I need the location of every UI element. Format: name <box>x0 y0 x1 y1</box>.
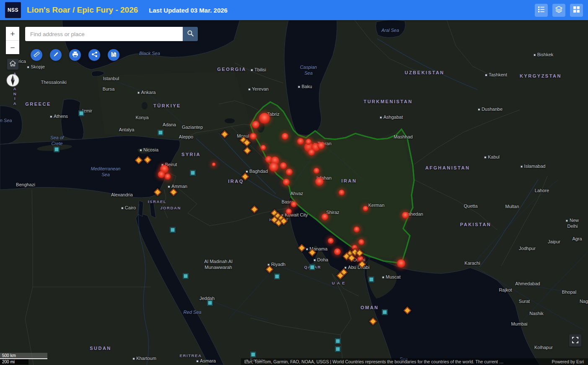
fullscreen-button[interactable] <box>569 334 581 347</box>
square-marker[interactable] <box>207 300 213 306</box>
red-circle-marker[interactable] <box>165 174 171 180</box>
legend-icon <box>538 6 545 14</box>
search-input[interactable] <box>25 27 183 41</box>
red-circle-marker[interactable] <box>286 209 292 214</box>
red-circle-marker[interactable] <box>358 239 364 245</box>
page-title: Lion's Roar / Epic Fury - 2026 <box>27 5 138 15</box>
powered-by-esri[interactable]: Powered by Esri <box>548 358 588 365</box>
square-marker[interactable] <box>275 274 280 279</box>
red-circle-marker[interactable] <box>261 145 266 151</box>
diamond-marker[interactable] <box>266 266 273 273</box>
red-circle-marker[interactable] <box>282 133 288 140</box>
last-updated-text: Last Updated 03 Mar. 2026 <box>149 7 228 14</box>
square-marker[interactable] <box>369 277 374 282</box>
diamond-marker[interactable] <box>154 188 161 196</box>
red-circle-marker[interactable] <box>252 121 259 128</box>
share-icon <box>91 51 98 59</box>
nss-logo[interactable]: NSS <box>5 2 21 18</box>
map-attribution: Esri, TomTom, Garmin, FAO, NOAA, USGS | … <box>241 358 548 365</box>
red-circle-marker[interactable] <box>328 238 334 244</box>
red-circle-marker[interactable] <box>308 149 315 156</box>
diamond-marker[interactable] <box>243 147 251 154</box>
scale-metric: 500 km <box>0 353 47 359</box>
header-actions <box>535 4 583 17</box>
attribution-bar: Esri, TomTom, Garmin, FAO, NOAA, USGS | … <box>241 358 588 365</box>
diamond-marker[interactable] <box>308 249 316 256</box>
red-circle-marker[interactable] <box>306 139 311 145</box>
print-icon <box>72 51 78 59</box>
red-circle-marker[interactable] <box>402 212 409 219</box>
red-circle-marker[interactable] <box>158 171 165 178</box>
draw-icon <box>53 51 59 59</box>
home-button[interactable] <box>7 59 18 70</box>
red-circle-marker[interactable] <box>212 163 216 167</box>
save-icon <box>111 51 117 59</box>
diamond-marker[interactable] <box>251 206 258 213</box>
diamond-marker[interactable] <box>404 307 411 314</box>
square-marker[interactable] <box>190 170 196 176</box>
layers-icon <box>555 6 562 14</box>
square-marker[interactable] <box>251 352 256 357</box>
square-marker[interactable] <box>335 347 341 352</box>
red-circle-marker[interactable] <box>269 162 278 172</box>
red-circle-marker[interactable] <box>283 179 290 185</box>
diamond-marker[interactable] <box>170 188 177 196</box>
red-circle-marker[interactable] <box>259 113 270 124</box>
zoom-in-button[interactable]: + <box>6 27 19 40</box>
diamond-marker[interactable] <box>298 244 306 252</box>
square-marker[interactable] <box>382 310 388 315</box>
red-circle-marker[interactable] <box>318 142 325 149</box>
square-marker[interactable] <box>54 147 60 152</box>
diamond-marker[interactable] <box>221 130 228 138</box>
search-icon <box>187 30 194 38</box>
draw-button[interactable] <box>50 49 62 61</box>
fullscreen-icon <box>572 337 578 344</box>
save-button[interactable] <box>108 49 119 61</box>
print-button[interactable] <box>69 49 81 61</box>
square-marker[interactable] <box>170 227 176 233</box>
square-marker[interactable] <box>158 130 163 136</box>
square-marker[interactable] <box>310 265 315 270</box>
red-circle-marker[interactable] <box>250 133 256 140</box>
red-circle-marker[interactable] <box>313 168 319 174</box>
scale-imperial: 200 mi <box>0 359 28 365</box>
scale-bar: 500 km 200 mi <box>0 353 47 365</box>
search-button[interactable] <box>183 27 198 41</box>
red-circle-marker[interactable] <box>339 190 345 196</box>
red-circle-marker[interactable] <box>315 177 324 186</box>
square-marker[interactable] <box>183 274 189 279</box>
red-circle-marker[interactable] <box>286 169 293 175</box>
red-circle-marker[interactable] <box>291 201 297 207</box>
app-header: NSS Lion's Roar / Epic Fury - 2026 Last … <box>0 0 588 20</box>
map-toolbar <box>31 49 119 61</box>
search-bar <box>25 27 198 41</box>
basemap-grid-icon <box>573 6 580 14</box>
measure-icon <box>34 51 40 59</box>
logo-text: NSS <box>8 7 18 13</box>
red-circle-marker[interactable] <box>280 162 287 169</box>
home-icon <box>10 60 16 68</box>
layers-button[interactable] <box>552 4 565 17</box>
legend-button[interactable] <box>535 4 548 17</box>
red-circle-marker[interactable] <box>363 206 368 211</box>
basemap-button[interactable] <box>570 4 583 17</box>
share-button[interactable] <box>88 49 100 61</box>
red-circle-marker[interactable] <box>321 214 328 220</box>
zoom-out-button[interactable]: − <box>6 41 19 54</box>
square-marker[interactable] <box>335 339 341 344</box>
red-circle-marker[interactable] <box>334 248 341 255</box>
zoom-control: + − <box>6 27 19 54</box>
compass-north-arrow[interactable] <box>6 74 19 87</box>
red-circle-marker[interactable] <box>354 227 360 232</box>
diamond-marker[interactable] <box>241 173 249 180</box>
square-marker[interactable] <box>79 111 84 116</box>
diamond-marker[interactable] <box>144 156 151 164</box>
red-circle-marker[interactable] <box>397 259 405 268</box>
measure-button[interactable] <box>31 49 42 61</box>
diamond-marker[interactable] <box>135 156 142 164</box>
red-circle-marker[interactable] <box>297 138 304 145</box>
diamond-marker[interactable] <box>369 318 377 325</box>
